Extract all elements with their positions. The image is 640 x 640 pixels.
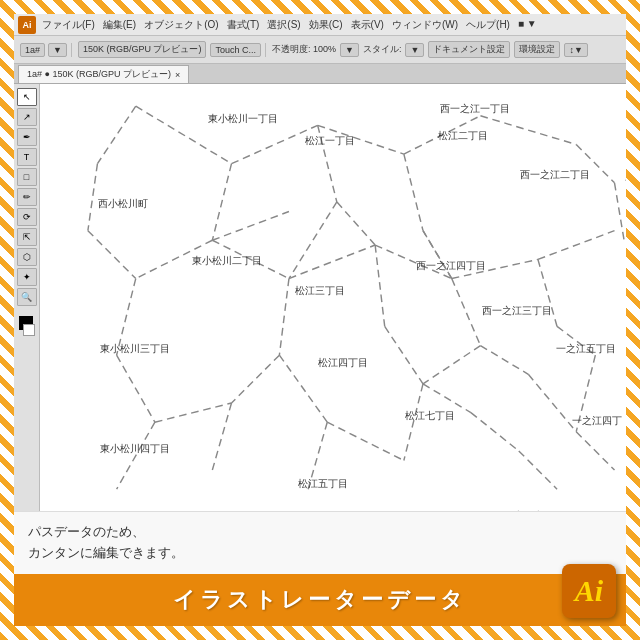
svg-line-5: [212, 164, 231, 241]
toolbar-layer[interactable]: 1a#: [20, 43, 45, 57]
svg-line-28: [289, 202, 337, 279]
svg-line-38: [97, 106, 135, 163]
svg-line-44: [155, 403, 232, 422]
svg-line-10: [538, 231, 615, 260]
color-swatches: [19, 316, 35, 336]
label-nishiichie4: 西一之江四丁目: [416, 259, 486, 273]
svg-line-40: [88, 231, 136, 279]
menu-edit[interactable]: 編集(E): [103, 18, 136, 32]
tool-brush[interactable]: ✏: [17, 188, 37, 206]
label-matsue7: 松江七丁目: [405, 409, 455, 423]
svg-line-22: [480, 346, 528, 375]
menu-items: ファイル(F) 編集(E) オブジェクト(O) 書式(T) 選択(S) 効果(C…: [42, 18, 537, 32]
svg-line-19: [385, 326, 423, 383]
toolbox: ↖ ↗ ✒ T □ ✏ ⟳ ⇱ ⬡ ✦ 🔍: [14, 84, 40, 511]
toolbar-layer-icon[interactable]: ▼: [48, 43, 67, 57]
toolbar-opacity-input[interactable]: ▼: [340, 43, 359, 57]
menu-view[interactable]: 表示(V): [351, 18, 384, 32]
tab-main[interactable]: 1a# ● 150K (RGB/GPU プレビュー) ×: [18, 65, 189, 83]
menu-help[interactable]: ヘルプ(H): [466, 18, 510, 32]
label-higashikomatsu1: 東小松川一丁目: [208, 112, 278, 126]
svg-line-15: [279, 279, 289, 356]
toolbar-env[interactable]: 環境設定: [514, 41, 560, 58]
svg-line-23: [528, 374, 576, 431]
menu-format[interactable]: 書式(T): [227, 18, 260, 32]
menu-effect[interactable]: 効果(C): [309, 18, 343, 32]
tab-bar: 1a# ● 150K (RGB/GPU プレビュー) ×: [14, 64, 626, 84]
bottom-text-line1: パスデータのため、: [28, 522, 612, 543]
banner-title: イラストレーターデータ: [173, 585, 467, 615]
svg-line-41: [212, 212, 289, 241]
label-matsue5: 松江五丁目: [298, 477, 348, 491]
label-higashikomatsu4: 東小松川四丁目: [100, 442, 170, 456]
tool-zoom[interactable]: 🔍: [17, 288, 37, 306]
menu-bar: Ai ファイル(F) 編集(E) オブジェクト(O) 書式(T) 選択(S) 効…: [14, 14, 626, 36]
tool-scale[interactable]: ⇱: [17, 228, 37, 246]
main-card: Ai ファイル(F) 編集(E) オブジェクト(O) 書式(T) 選択(S) 効…: [14, 14, 626, 626]
svg-line-29: [404, 154, 423, 231]
menu-extra: ■ ▼: [518, 18, 537, 32]
bottom-text-line2: カンタンに編集できます。: [28, 543, 612, 564]
label-nishiichie3: 西一之江三丁目: [482, 304, 552, 318]
svg-line-35: [519, 451, 557, 489]
label-matsue3: 松江三丁目: [295, 284, 345, 298]
svg-line-32: [212, 403, 231, 470]
label-ichino1: 一之: [625, 174, 626, 188]
ai-badge-text: Ai: [575, 574, 603, 608]
tool-text[interactable]: T: [17, 148, 37, 166]
ai-badge: Ai: [562, 564, 616, 618]
svg-line-18: [375, 245, 385, 326]
toolbar-opacity-label: 不透明度: 100%: [272, 43, 336, 56]
menu-window[interactable]: ウィンドウ(W): [392, 18, 458, 32]
ai-logo-small: Ai: [18, 16, 36, 34]
menu-select[interactable]: 選択(S): [267, 18, 300, 32]
bottom-banner: イラストレーターデータ Ai: [14, 574, 626, 626]
bottom-text: パスデータのため、 カンタンに編集できます。: [14, 511, 626, 574]
toolbar-more[interactable]: ↕▼: [564, 43, 587, 57]
content-area: ↖ ↗ ✒ T □ ✏ ⟳ ⇱ ⬡ ✦ 🔍: [14, 84, 626, 511]
svg-line-4: [480, 116, 576, 145]
svg-line-24: [576, 432, 614, 470]
tool-pen[interactable]: ✒: [17, 128, 37, 146]
toolbar-touch-group: Touch C...: [210, 43, 266, 57]
svg-line-37: [615, 183, 625, 240]
outer-container: Ai ファイル(F) 編集(E) オブジェクト(O) 書式(T) 選択(S) 効…: [0, 0, 640, 640]
toolbar-style-input[interactable]: ▼: [405, 43, 424, 57]
label-higashikomatsu2: 東小松川二丁目: [192, 254, 262, 268]
label-matsue2: 松江二丁目: [438, 129, 488, 143]
toolbar: 1a# ▼ 150K (RGB/GPU プレビュー) Touch C... 不透…: [14, 36, 626, 64]
label-ichino5: 一之江五丁目: [556, 342, 616, 356]
svg-line-21: [452, 279, 481, 346]
label-nishiichie2: 西一之江二丁目: [520, 168, 590, 182]
toolbar-touch[interactable]: Touch C...: [210, 43, 261, 57]
label-higashikomatsu3: 東小松川三丁目: [100, 342, 170, 356]
svg-line-46: [423, 346, 480, 384]
toolbar-layer-group: 1a# ▼: [20, 43, 72, 57]
label-nishikomatsu: 西小松川町: [98, 197, 148, 211]
toolbar-style-label: スタイル:: [363, 43, 402, 56]
menu-object[interactable]: オブジェクト(O): [144, 18, 218, 32]
tab-close[interactable]: ×: [175, 70, 180, 80]
svg-line-45: [327, 422, 404, 460]
tool-direct-select[interactable]: ↗: [17, 108, 37, 126]
tool-rotate[interactable]: ⟳: [17, 208, 37, 226]
toolbar-doc-setup[interactable]: ドキュメント設定: [428, 41, 510, 58]
tab-label: 1a# ● 150K (RGB/GPU プレビュー): [27, 68, 171, 81]
tool-select[interactable]: ↖: [17, 88, 37, 106]
toolbar-zoom: 150K (RGB/GPU プレビュー): [78, 41, 207, 58]
label-matsue4: 松江四丁目: [318, 356, 368, 370]
tool-shape[interactable]: □: [17, 168, 37, 186]
label-ichino6: 一之江六丁目: [504, 509, 564, 511]
background-color[interactable]: [23, 324, 35, 336]
svg-line-31: [232, 355, 280, 403]
label-nishiichie1: 西一之江一丁目: [440, 102, 510, 116]
tool-eyedropper[interactable]: ✦: [17, 268, 37, 286]
label-matsue1: 松江一丁目: [305, 134, 355, 148]
label-ichino4: 一之江四丁: [572, 414, 622, 428]
svg-line-39: [88, 164, 98, 231]
menu-file[interactable]: ファイル(F): [42, 18, 95, 32]
tool-blend[interactable]: ⬡: [17, 248, 37, 266]
svg-line-7: [289, 245, 375, 279]
svg-line-13: [117, 355, 155, 422]
svg-line-42: [337, 202, 375, 245]
